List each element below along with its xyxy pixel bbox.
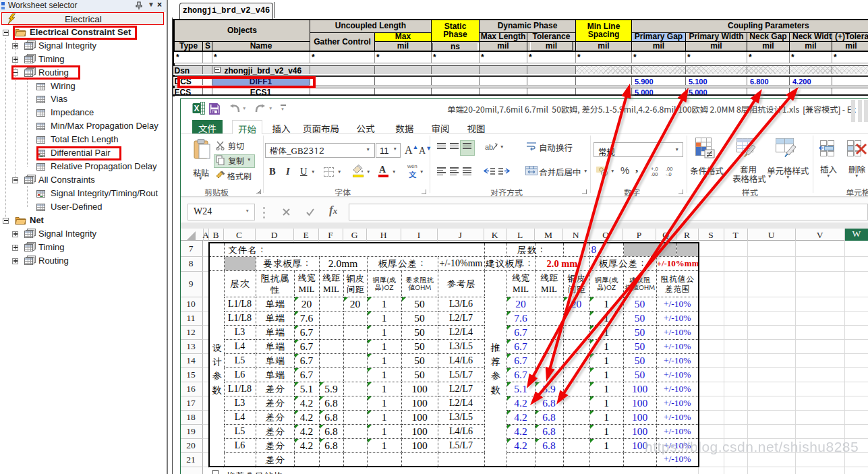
svg-text:.00: .00 xyxy=(651,171,658,177)
svg-text:-.0: -.0 xyxy=(666,171,672,177)
svg-text:ab: ab xyxy=(485,143,493,151)
svg-text:X: X xyxy=(194,104,199,113)
svg-text:$: $ xyxy=(603,171,606,177)
